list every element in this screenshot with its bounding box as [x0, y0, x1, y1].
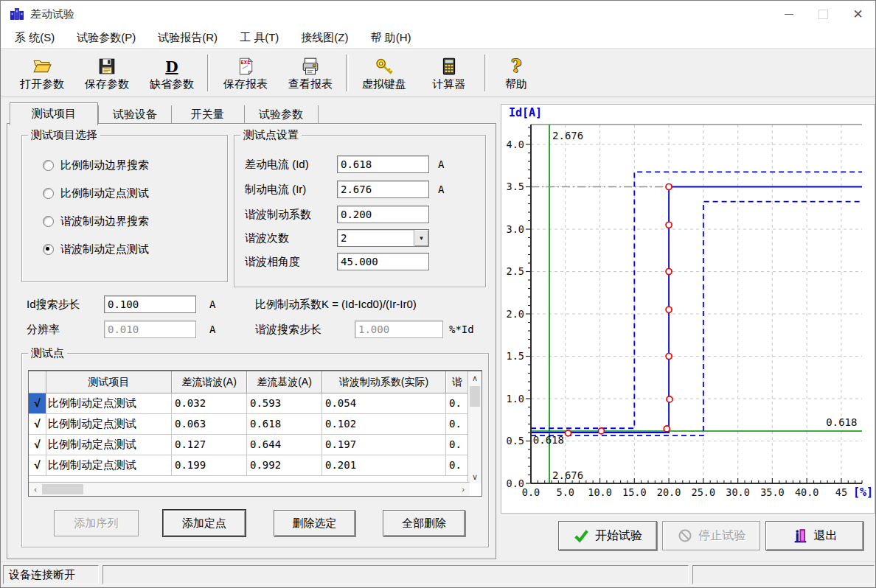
toolbar-label: 计算器 [433, 77, 466, 90]
start-test-button[interactable]: 开始试验 [558, 521, 657, 550]
maximize-button[interactable] [806, 1, 841, 27]
field-label-ir-current: 制动电流 (Ir) [245, 181, 306, 198]
toolbar-view-report-button[interactable]: 查看报表 [278, 51, 343, 95]
menu-item-test-report[interactable]: 试验报告(R) [147, 29, 229, 47]
toolbar-default-params-button[interactable]: D 缺省参数 [139, 51, 204, 95]
row-check-cell[interactable]: √ [29, 393, 46, 414]
table-cell: 0.054 [322, 393, 446, 414]
status-panel [692, 565, 875, 584]
toolbar-separator [346, 55, 349, 91]
close-icon: ✕ [852, 8, 863, 21]
table-cell: 0.199 [172, 455, 247, 476]
delete-selected-button[interactable]: 删除选定 [274, 510, 355, 536]
row-check-cell[interactable]: √ [29, 435, 46, 455]
add-fixed-point-button[interactable]: 添加定点 [163, 510, 246, 536]
radio-harmonic-fixed-point-test[interactable]: 谐波制动定点测试 [43, 241, 149, 257]
table-row[interactable]: √ 比例制动定点测试 0.032 0.593 0.054 0. [29, 393, 482, 414]
row-check-cell[interactable]: √ [29, 455, 46, 476]
menu-item-system[interactable]: 系 统(S) [4, 29, 66, 47]
report-document-icon: EXL [236, 55, 255, 76]
table-cell: 0.201 [322, 455, 446, 476]
horizontal-scroll-thumb[interactable] [42, 484, 83, 494]
window-title: 差动试验 [30, 7, 74, 21]
menu-item-test-params[interactable]: 试验参数(P) [66, 29, 147, 47]
tab-test-device[interactable]: 试验设备 [98, 105, 172, 123]
table-cell: 0.618 [247, 414, 322, 435]
row-check-cell[interactable]: √ [29, 414, 46, 435]
svg-text:1.0: 1.0 [507, 393, 524, 405]
close-button[interactable]: ✕ [841, 1, 875, 27]
vertical-scrollbar[interactable]: ∧ ∨ [467, 371, 482, 483]
no-entry-icon [677, 528, 693, 544]
svg-text:20.0: 20.0 [657, 486, 681, 498]
svg-text:2.0: 2.0 [507, 308, 524, 320]
table-row[interactable]: √ 比例制动定点测试 0.063 0.618 0.102 0. [29, 414, 482, 435]
toolbar-label: 查看报表 [288, 77, 333, 90]
minimize-button[interactable] [771, 1, 806, 27]
harmonic-order-select[interactable]: 2 ▼ [337, 229, 429, 247]
header-harmonic-current: 差流谐波(A) [172, 371, 247, 393]
vertical-scroll-thumb[interactable] [470, 386, 480, 407]
ratio-coefficient-formula: 比例制动系数K = (Id-Icd0)/(Ir-Ir0) [255, 295, 417, 313]
table-cell: 0. [446, 414, 468, 435]
test-points-table: 测试项目 差流谐波(A) 差流基波(A) 谐波制动系数(实际) 谐 √ 比例制动… [28, 370, 482, 497]
delete-all-button[interactable]: 全部删除 [383, 510, 465, 536]
calculator-icon [439, 55, 459, 76]
toolbar-save-report-button[interactable]: EXL 保存报表 [213, 51, 278, 95]
svg-text:2.676: 2.676 [552, 469, 583, 481]
minimize-icon [785, 14, 793, 15]
group-title: 测试点设置 [240, 128, 302, 141]
letter-d-icon: D [165, 55, 178, 76]
radio-ratio-boundary-search[interactable]: 比例制动边界搜索 [43, 157, 149, 173]
svg-text:4.0: 4.0 [507, 139, 524, 150]
harmonic-step-input [355, 321, 443, 338]
horizontal-scrollbar[interactable]: ‹ › [29, 482, 470, 496]
toolbar-label: 虚拟键盘 [362, 77, 406, 90]
radio-ratio-fixed-point-test[interactable]: 比例制动定点测试 [43, 185, 149, 201]
field-unit: A [438, 181, 444, 198]
toolbar-open-params-button[interactable]: 打开参数 [10, 51, 74, 95]
table-cell: 0.032 [172, 393, 247, 414]
tab-test-params[interactable]: 试验参数 [244, 105, 319, 123]
svg-text:0.5: 0.5 [507, 435, 524, 447]
window-controls: ✕ [771, 1, 875, 27]
chevron-down-icon[interactable]: ▼ [414, 230, 428, 246]
table-cell: 0.102 [322, 414, 446, 435]
ir-current-input[interactable] [337, 181, 429, 198]
resolution-input [104, 321, 196, 338]
tab-test-items[interactable]: 测试项目 [10, 102, 98, 125]
svg-text:35.0: 35.0 [760, 486, 785, 498]
toolbar-label: 打开参数 [20, 77, 64, 90]
toolbar-label: 保存报表 [223, 77, 268, 90]
scroll-left-icon[interactable]: ‹ [29, 483, 42, 496]
menu-item-wiring-diagram[interactable]: 接线图(Z) [290, 29, 359, 47]
table-row[interactable]: √ 比例制动定点测试 0.127 0.644 0.197 0. [29, 435, 482, 455]
status-bar: 设备连接断开 [1, 561, 875, 587]
test-item-select-group: 测试项目选择 比例制动边界搜索 比例制动定点测试 谐波制动边界搜索 谐波制动定点… [21, 135, 228, 282]
svg-text:EXL: EXL [241, 59, 251, 66]
scroll-up-icon[interactable]: ∧ [468, 371, 482, 385]
harmonic-step-unit: %*Id [449, 321, 474, 338]
tab-switch-quantity[interactable]: 开关量 [170, 105, 245, 123]
svg-text:45: 45 [835, 486, 847, 498]
selected-value: 2 [338, 230, 414, 246]
toolbar-calculator-button[interactable]: 计算器 [417, 51, 482, 95]
radio-harmonic-boundary-search[interactable]: 谐波制动边界搜索 [43, 213, 149, 229]
start-test-label: 开始试验 [595, 528, 642, 544]
exit-button[interactable]: 退出 [765, 521, 863, 550]
menu-item-help[interactable]: 帮 助(H) [359, 29, 422, 47]
toolbar-help-button[interactable]: ? 帮助 [490, 51, 542, 95]
toolbar-save-params-button[interactable]: 保存参数 [74, 51, 139, 95]
id-step-input[interactable] [104, 295, 196, 313]
menu-item-tools[interactable]: 工 具(T) [229, 29, 290, 47]
harmonic-ratio-input[interactable] [337, 206, 429, 223]
chart-svg: 0.05.010.015.020.025.030.035.040.0450.00… [501, 105, 875, 513]
harmonic-phase-input[interactable] [337, 253, 429, 270]
table-row[interactable]: √ 比例制动定点测试 0.199 0.992 0.201 0. [29, 455, 482, 476]
scroll-right-icon[interactable]: › [456, 483, 470, 496]
toolbar-virtual-keyboard-button[interactable]: 虚拟键盘 [352, 51, 417, 95]
test-point-settings-group: 测试点设置 差动电流 (Id) A 制动电流 (Ir) A 谐波制动系数 谐波次… [234, 135, 486, 287]
id-current-input[interactable] [337, 155, 429, 173]
scroll-down-icon[interactable]: ∨ [468, 470, 482, 483]
toolbar-label: 保存参数 [85, 77, 129, 90]
